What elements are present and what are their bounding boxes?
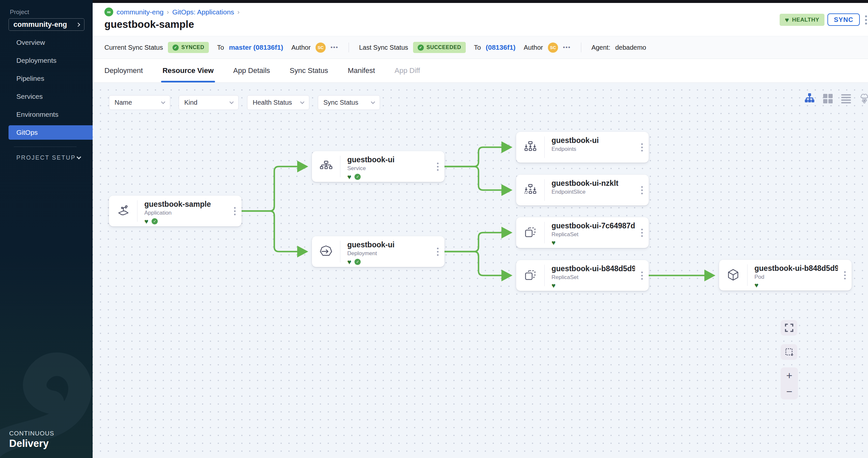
node-overflow-menu[interactable] [635,260,649,291]
node-pod-guestbook-ui-b848d5d9[interactable]: guestbook-ui-b848d5d9... Pod ♥ [719,260,851,291]
synced-badge: ✓ SYNCED [168,42,209,53]
sidebar-item-services[interactable]: Services [8,89,93,104]
node-endpointslice-guestbook-ui-nzklt[interactable]: guestbook-ui-nzklt EndpointSlice [516,175,649,205]
sidebar-item-pipelines[interactable]: Pipelines [8,71,93,86]
health-status-text: HEALTHY [792,17,819,23]
chevron-right-icon [76,23,80,27]
tab-sync-status[interactable]: Sync Status [290,59,328,83]
sidebar-item-label: Pipelines [17,74,44,83]
module-line2: Delivery [9,438,54,450]
node-body: guestbook-ui-b848d5d9... Pod ♥ [748,260,838,291]
node-overflow-menu[interactable] [838,260,851,291]
node-overflow-menu[interactable] [635,132,649,163]
author-overflow-menu[interactable]: ••• [331,44,338,51]
node-status-row: ♥ [552,240,635,246]
node-overflow-menu[interactable] [431,236,444,267]
sidebar: Project community-eng Overview Deploymen… [0,0,93,458]
author-avatar[interactable]: SC [315,42,326,53]
tab-manifest[interactable]: Manifest [348,59,375,83]
sync-status-bar: Current Sync Status ✓ SYNCED To master (… [93,36,868,59]
sync-button[interactable]: SYNC [828,13,860,26]
healthy-heart-icon: ♥ [144,219,148,224]
app-tabs: Deployment Resource View App Details Syn… [93,59,868,83]
node-title: guestbook-ui [347,240,431,249]
module-branding: CONTINUOUS Delivery [9,430,54,450]
node-replicaset-guestbook-ui-7c64987dc9[interactable]: guestbook-ui-7c64987dc9 ReplicaSet ♥ [516,217,649,248]
node-endpoints-guestbook-ui[interactable]: guestbook-ui Endpoints [516,132,649,163]
project-selector-value: community-eng [13,20,67,29]
health-status-badge: ♥ HEALTHY [780,14,825,26]
author-overflow-menu[interactable]: ••• [563,44,571,51]
header-overflow-menu[interactable] [865,15,867,25]
project-setup-toggle[interactable]: PROJECT SETUP [17,155,81,161]
sidebar-item-overview[interactable]: Overview [8,35,93,50]
project-selector[interactable]: community-eng [8,18,85,31]
node-status-row: ♥ [754,282,838,288]
zoom-in-button[interactable]: + [786,371,793,381]
sidebar-item-environments[interactable]: Environments [8,107,93,122]
node-overflow-menu[interactable] [431,151,444,182]
replicaset-icon [516,260,544,291]
node-replicaset-guestbook-ui-b848d5d9d[interactable]: guestbook-ui-b848d5d9d ReplicaSet ♥ [516,260,649,291]
check-icon: ✓ [173,44,179,51]
chevron-down-icon [76,155,81,159]
tab-resource-view[interactable]: Resource View [162,59,213,83]
fullscreen-button[interactable] [781,320,797,336]
status-divider [348,42,349,52]
tab-label: Resource View [162,66,213,75]
sidebar-item-deployments[interactable]: Deployments [8,53,93,68]
node-deployment-guestbook-ui[interactable]: guestbook-ui Deployment ♥ ✓ [312,236,444,267]
node-overflow-menu[interactable] [635,217,649,248]
tab-deployment[interactable]: Deployment [104,59,143,83]
node-status-row: ♥ ✓ [347,259,431,265]
node-service-guestbook-ui[interactable]: guestbook-ui Service ♥ ✓ [312,151,444,182]
synced-check-icon: ✓ [354,259,361,265]
current-sync-target-link[interactable]: master (08136f1) [229,43,283,52]
zoom-out-button[interactable]: − [786,387,793,396]
node-application-guestbook-sample[interactable]: guestbook-sample Application ♥ ✓ [109,196,242,226]
breadcrumb-separator: › [167,8,169,16]
tab-label: Sync Status [290,66,328,75]
node-kind: Deployment [347,250,431,257]
author-label: Author [524,44,543,52]
sidebar-item-label: Overview [17,39,45,46]
last-sync-target-link[interactable]: (08136f1) [486,43,516,52]
sidebar-item-label: Environments [17,110,58,119]
node-title: guestbook-ui-nzklt [552,179,635,188]
node-kind: ReplicaSet [552,274,635,281]
selection-box-button[interactable] [781,344,797,360]
node-overflow-menu[interactable] [228,196,242,226]
node-status-row: ♥ [552,283,635,289]
node-body: guestbook-ui-7c64987dc9 ReplicaSet ♥ [545,217,635,248]
succeeded-badge-text: SUCCEEDED [427,44,461,51]
last-sync-label: Last Sync Status [359,44,408,52]
node-title: guestbook-ui-7c64987dc9 [552,222,635,230]
module-line1: CONTINUOUS [9,430,54,437]
author-avatar[interactable]: SC [548,42,558,53]
node-status-row: ♥ ✓ [144,218,228,224]
application-icon [109,196,137,226]
status-divider [581,42,581,52]
node-title: guestbook-ui [347,155,431,164]
breadcrumb-project-link[interactable]: community-eng [117,8,164,16]
endpointslice-icon [516,175,544,205]
healthy-heart-icon: ♥ [552,283,555,289]
breadcrumb-applications-link[interactable]: GitOps: Applications [172,8,234,16]
sidebar-divider [14,146,76,147]
node-overflow-menu[interactable] [635,175,649,205]
zoom-control: + − [781,367,798,399]
resource-tree-canvas[interactable]: Name Kind Health Status Sync Status [93,83,868,458]
succeeded-badge: ✓ SUCCEEDED [413,42,466,53]
tab-label: Manifest [348,66,375,75]
node-kind: EndpointSlice [552,189,635,195]
tab-app-details[interactable]: App Details [234,59,270,83]
node-body: guestbook-ui Deployment ♥ ✓ [340,236,431,267]
page-header: ∞ community-eng › GitOps: Applications ›… [93,3,868,36]
breadcrumb-separator: › [237,8,240,16]
healthy-heart-icon: ♥ [347,174,351,180]
sidebar-item-gitops[interactable]: GitOps [8,125,93,140]
tab-app-diff[interactable]: App Diff [395,59,420,83]
healthy-heart-icon: ♥ [552,240,555,246]
tab-label: App Details [234,66,270,75]
node-title: guestbook-ui-b848d5d9d [552,264,635,273]
